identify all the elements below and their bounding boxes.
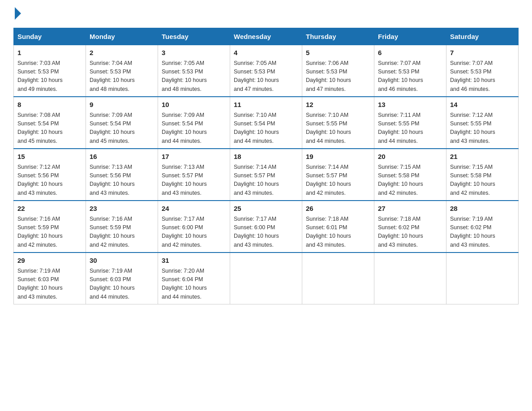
day-number: 20	[378, 152, 442, 162]
day-info: Sunrise: 7:05 AMSunset: 5:53 PMDaylight:…	[162, 59, 226, 94]
calendar-cell: 29Sunrise: 7:19 AMSunset: 6:03 PMDayligh…	[14, 253, 86, 304]
calendar-week-row: 29Sunrise: 7:19 AMSunset: 6:03 PMDayligh…	[14, 253, 519, 304]
day-info: Sunrise: 7:18 AMSunset: 6:01 PMDaylight:…	[306, 215, 370, 250]
column-header-sunday: Sunday	[14, 28, 86, 45]
day-number: 23	[90, 204, 154, 214]
day-info: Sunrise: 7:15 AMSunset: 5:58 PMDaylight:…	[450, 163, 515, 198]
day-number: 10	[162, 100, 226, 110]
day-number: 8	[17, 100, 82, 110]
calendar-table: SundayMondayTuesdayWednesdayThursdayFrid…	[13, 28, 519, 304]
calendar-cell: 2Sunrise: 7:04 AMSunset: 5:53 PMDaylight…	[86, 45, 158, 97]
calendar-week-row: 15Sunrise: 7:12 AMSunset: 5:56 PMDayligh…	[14, 149, 519, 201]
day-info: Sunrise: 7:09 AMSunset: 5:54 PMDaylight:…	[162, 111, 226, 146]
calendar-cell: 1Sunrise: 7:03 AMSunset: 5:53 PMDaylight…	[14, 45, 86, 97]
day-number: 25	[234, 204, 298, 214]
calendar-header-row: SundayMondayTuesdayWednesdayThursdayFrid…	[14, 28, 519, 45]
day-info: Sunrise: 7:13 AMSunset: 5:57 PMDaylight:…	[162, 163, 226, 198]
day-info: Sunrise: 7:19 AMSunset: 6:03 PMDaylight:…	[90, 267, 154, 302]
calendar-cell: 11Sunrise: 7:10 AMSunset: 5:54 PMDayligh…	[230, 97, 302, 149]
day-info: Sunrise: 7:17 AMSunset: 6:00 PMDaylight:…	[162, 215, 226, 250]
calendar-cell: 14Sunrise: 7:12 AMSunset: 5:55 PMDayligh…	[446, 97, 519, 149]
day-number: 30	[90, 256, 154, 266]
day-number: 26	[306, 204, 370, 214]
day-number: 18	[234, 152, 298, 162]
day-number: 5	[306, 48, 370, 58]
day-info: Sunrise: 7:08 AMSunset: 5:54 PMDaylight:…	[17, 111, 82, 146]
column-header-friday: Friday	[374, 28, 446, 45]
logo-top	[13, 9, 21, 20]
day-number: 14	[450, 100, 515, 110]
logo-triangle-icon	[15, 7, 21, 20]
day-number: 15	[17, 152, 82, 162]
calendar-week-row: 1Sunrise: 7:03 AMSunset: 5:53 PMDaylight…	[14, 45, 519, 97]
page-header	[13, 9, 519, 20]
day-info: Sunrise: 7:13 AMSunset: 5:56 PMDaylight:…	[90, 163, 154, 198]
day-info: Sunrise: 7:10 AMSunset: 5:54 PMDaylight:…	[234, 111, 298, 146]
calendar-cell: 23Sunrise: 7:16 AMSunset: 5:59 PMDayligh…	[86, 201, 158, 253]
day-number: 17	[162, 152, 226, 162]
calendar-cell	[446, 253, 519, 304]
day-info: Sunrise: 7:19 AMSunset: 6:02 PMDaylight:…	[450, 215, 515, 250]
day-info: Sunrise: 7:11 AMSunset: 5:55 PMDaylight:…	[378, 111, 442, 146]
day-number: 13	[378, 100, 442, 110]
column-header-tuesday: Tuesday	[158, 28, 230, 45]
calendar-cell	[374, 253, 446, 304]
calendar-cell: 20Sunrise: 7:15 AMSunset: 5:58 PMDayligh…	[374, 149, 446, 201]
day-info: Sunrise: 7:20 AMSunset: 6:04 PMDaylight:…	[162, 267, 226, 302]
day-number: 12	[306, 100, 370, 110]
calendar-cell: 25Sunrise: 7:17 AMSunset: 6:00 PMDayligh…	[230, 201, 302, 253]
day-info: Sunrise: 7:09 AMSunset: 5:54 PMDaylight:…	[90, 111, 154, 146]
calendar-cell: 7Sunrise: 7:07 AMSunset: 5:53 PMDaylight…	[446, 45, 519, 97]
calendar-cell: 22Sunrise: 7:16 AMSunset: 5:59 PMDayligh…	[14, 201, 86, 253]
day-info: Sunrise: 7:19 AMSunset: 6:03 PMDaylight:…	[17, 267, 82, 302]
day-number: 7	[450, 48, 515, 58]
logo	[13, 9, 21, 20]
calendar-cell: 5Sunrise: 7:06 AMSunset: 5:53 PMDaylight…	[302, 45, 374, 97]
calendar-cell: 4Sunrise: 7:05 AMSunset: 5:53 PMDaylight…	[230, 45, 302, 97]
day-info: Sunrise: 7:14 AMSunset: 5:57 PMDaylight:…	[306, 163, 370, 198]
column-header-monday: Monday	[86, 28, 158, 45]
calendar-cell: 3Sunrise: 7:05 AMSunset: 5:53 PMDaylight…	[158, 45, 230, 97]
calendar-cell	[302, 253, 374, 304]
day-number: 3	[162, 48, 226, 58]
day-info: Sunrise: 7:05 AMSunset: 5:53 PMDaylight:…	[234, 59, 298, 94]
calendar-cell: 18Sunrise: 7:14 AMSunset: 5:57 PMDayligh…	[230, 149, 302, 201]
calendar-cell: 21Sunrise: 7:15 AMSunset: 5:58 PMDayligh…	[446, 149, 519, 201]
calendar-cell: 15Sunrise: 7:12 AMSunset: 5:56 PMDayligh…	[14, 149, 86, 201]
calendar-cell: 24Sunrise: 7:17 AMSunset: 6:00 PMDayligh…	[158, 201, 230, 253]
day-number: 28	[450, 204, 515, 214]
calendar-cell: 17Sunrise: 7:13 AMSunset: 5:57 PMDayligh…	[158, 149, 230, 201]
day-number: 16	[90, 152, 154, 162]
day-number: 29	[17, 256, 82, 266]
day-number: 4	[234, 48, 298, 58]
calendar-cell: 13Sunrise: 7:11 AMSunset: 5:55 PMDayligh…	[374, 97, 446, 149]
day-info: Sunrise: 7:15 AMSunset: 5:58 PMDaylight:…	[378, 163, 442, 198]
day-number: 31	[162, 256, 226, 266]
calendar-cell: 26Sunrise: 7:18 AMSunset: 6:01 PMDayligh…	[302, 201, 374, 253]
calendar-week-row: 22Sunrise: 7:16 AMSunset: 5:59 PMDayligh…	[14, 201, 519, 253]
calendar-cell: 9Sunrise: 7:09 AMSunset: 5:54 PMDaylight…	[86, 97, 158, 149]
calendar-cell: 30Sunrise: 7:19 AMSunset: 6:03 PMDayligh…	[86, 253, 158, 304]
day-number: 22	[17, 204, 82, 214]
day-info: Sunrise: 7:10 AMSunset: 5:55 PMDaylight:…	[306, 111, 370, 146]
day-info: Sunrise: 7:12 AMSunset: 5:55 PMDaylight:…	[450, 111, 515, 146]
calendar-cell: 6Sunrise: 7:07 AMSunset: 5:53 PMDaylight…	[374, 45, 446, 97]
day-info: Sunrise: 7:16 AMSunset: 5:59 PMDaylight:…	[90, 215, 154, 250]
day-number: 27	[378, 204, 442, 214]
day-info: Sunrise: 7:16 AMSunset: 5:59 PMDaylight:…	[17, 215, 82, 250]
calendar-cell	[230, 253, 302, 304]
column-header-saturday: Saturday	[446, 28, 519, 45]
day-number: 2	[90, 48, 154, 58]
column-header-wednesday: Wednesday	[230, 28, 302, 45]
day-info: Sunrise: 7:07 AMSunset: 5:53 PMDaylight:…	[378, 59, 442, 94]
day-info: Sunrise: 7:04 AMSunset: 5:53 PMDaylight:…	[90, 59, 154, 94]
day-info: Sunrise: 7:03 AMSunset: 5:53 PMDaylight:…	[17, 59, 82, 94]
day-info: Sunrise: 7:14 AMSunset: 5:57 PMDaylight:…	[234, 163, 298, 198]
day-info: Sunrise: 7:18 AMSunset: 6:02 PMDaylight:…	[378, 215, 442, 250]
calendar-cell: 12Sunrise: 7:10 AMSunset: 5:55 PMDayligh…	[302, 97, 374, 149]
column-header-thursday: Thursday	[302, 28, 374, 45]
day-number: 11	[234, 100, 298, 110]
calendar-cell: 10Sunrise: 7:09 AMSunset: 5:54 PMDayligh…	[158, 97, 230, 149]
day-info: Sunrise: 7:17 AMSunset: 6:00 PMDaylight:…	[234, 215, 298, 250]
day-number: 9	[90, 100, 154, 110]
